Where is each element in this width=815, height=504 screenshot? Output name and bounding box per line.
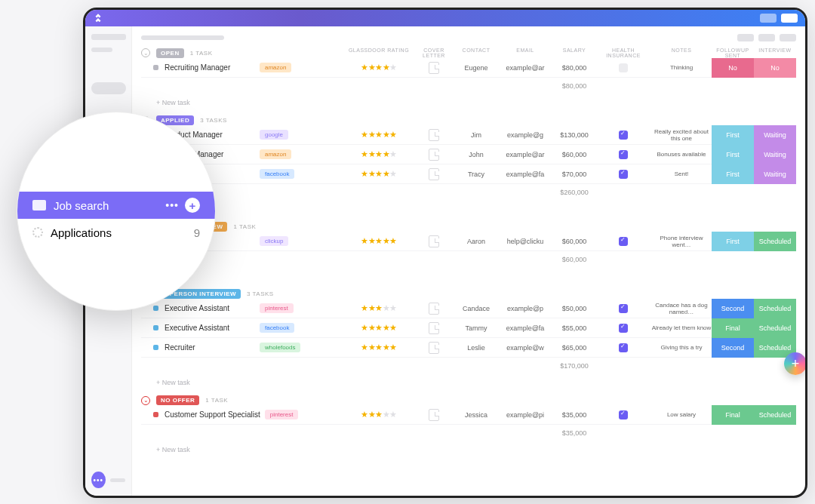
titlebar-button[interactable] (781, 14, 798, 23)
checkbox-icon (619, 131, 628, 140)
company-tag[interactable]: google (260, 130, 288, 140)
cell-health-insurance[interactable] (595, 150, 651, 159)
cell-health-insurance[interactable] (595, 343, 651, 352)
task-row[interactable]: Recruiterwholefoods★★★★★Leslieexample@w$… (141, 338, 796, 358)
new-task-button[interactable]: + New task (141, 374, 796, 391)
cell-email: example@fa (497, 324, 553, 332)
cell-health-insurance[interactable] (595, 304, 651, 313)
cell-cover-letter[interactable] (413, 409, 455, 421)
titlebar-button[interactable] (760, 14, 777, 23)
cell-health-insurance[interactable] (595, 324, 651, 333)
cell-cover-letter[interactable] (413, 168, 455, 180)
cell-notes: Already let them know (651, 324, 712, 331)
column-header[interactable]: EMAIL (497, 48, 553, 58)
cell-contact: Tracy (455, 171, 497, 178)
company-tag[interactable]: facebook (260, 323, 294, 333)
column-header[interactable]: FOLLOWUP SENT (712, 48, 754, 58)
company-tag[interactable]: amazon (260, 63, 291, 72)
sidebar-folder-job-search[interactable]: Job search ••• + (17, 192, 215, 219)
cell-health-insurance[interactable] (595, 131, 651, 140)
company-tag[interactable]: clickup (260, 236, 288, 246)
column-header[interactable]: GLASSDOOR RATING (345, 48, 413, 58)
cell-health-insurance[interactable] (595, 410, 651, 419)
section-toggle-icon[interactable]: ⌄ (141, 48, 150, 57)
task-row[interactable]: Executive Assistantpinterest★★★★★Candace… (141, 299, 796, 318)
add-list-button[interactable]: + (185, 198, 200, 213)
cell-followup-sent[interactable]: Second (712, 338, 754, 358)
cell-health-insurance[interactable] (595, 170, 651, 179)
status-pill[interactable]: NO OFFER (156, 395, 199, 405)
cell-followup-sent[interactable]: Second (712, 299, 754, 318)
company-tag[interactable]: pinterest (265, 410, 299, 419)
cell-followup-sent[interactable]: Final (712, 405, 754, 425)
document-icon (429, 342, 439, 354)
cell-interview[interactable]: Scheduled (754, 318, 796, 338)
cell-interview[interactable]: Waiting (754, 125, 796, 145)
new-task-button[interactable]: + New task (141, 268, 796, 284)
cell-cover-letter[interactable] (413, 235, 455, 247)
chat-fab-icon[interactable]: ••• (91, 472, 106, 488)
cell-cover-letter[interactable] (413, 62, 455, 74)
cell-interview[interactable]: Waiting (754, 145, 796, 164)
cell-health-insurance[interactable] (595, 63, 651, 72)
task-row[interactable]: Recruiterclickup★★★★★Aaronhelp@clicku$60… (141, 232, 796, 251)
cell-contact: Jim (455, 131, 497, 139)
column-header[interactable]: INTERVIEW (754, 48, 796, 58)
cell-contact: Jessica (455, 411, 497, 419)
more-icon[interactable]: ••• (165, 199, 179, 211)
checkbox-icon (619, 63, 628, 72)
column-header[interactable]: NOTES (651, 48, 712, 58)
company-tag[interactable]: pinterest (260, 303, 294, 313)
company-tag[interactable]: amazon (260, 149, 291, 159)
company-tag[interactable]: wholefoods (260, 343, 300, 352)
sidebar-list-applications[interactable]: Applications 9 (17, 219, 215, 246)
cell-cover-letter[interactable] (413, 322, 455, 334)
column-header[interactable]: CONTACT (455, 48, 497, 58)
cell-followup-sent[interactable]: First (712, 145, 754, 164)
cell-interview[interactable]: Scheduled (754, 405, 796, 425)
titlebar (85, 10, 805, 26)
cell-notes: Sent! (651, 171, 712, 177)
cell-health-insurance[interactable] (595, 237, 651, 246)
toolbar-button[interactable] (737, 34, 754, 41)
column-header[interactable]: SALARY (553, 48, 595, 58)
document-icon (429, 409, 439, 421)
cell-cover-letter[interactable] (413, 342, 455, 354)
cell-followup-sent[interactable]: First (712, 232, 754, 251)
column-header[interactable]: HEALTH INSURANCE (595, 48, 651, 58)
cell-followup-sent[interactable]: First (712, 164, 754, 184)
cell-cover-letter[interactable] (413, 129, 455, 141)
checkbox-icon (619, 150, 628, 159)
cell-followup-sent[interactable]: No (712, 58, 754, 78)
cell-interview[interactable]: Waiting (754, 164, 796, 184)
cell-contact: John (455, 151, 497, 158)
cell-contact: Candace (455, 305, 497, 312)
new-task-button[interactable]: + New task (141, 201, 796, 217)
column-header[interactable]: COVER LETTER (413, 48, 455, 58)
cell-cover-letter[interactable] (413, 149, 455, 161)
task-row[interactable]: Recruiterfacebook★★★★★Tracyexample@fa$70… (141, 164, 796, 184)
task-row[interactable]: Recruiting Manageramazon★★★★★Eugeneexamp… (141, 58, 796, 78)
cell-cover-letter[interactable] (413, 303, 455, 315)
task-row[interactable]: Account Manageramazon★★★★★Johnexample@ar… (141, 145, 796, 164)
cell-interview[interactable]: Scheduled (754, 299, 796, 318)
cell-glassdoor-rating: ★★★★★ (345, 149, 413, 159)
sidebar-search[interactable] (91, 82, 126, 94)
task-row[interactable]: Customer Support Specialistpinterest★★★★… (141, 405, 796, 425)
create-fab[interactable]: + (784, 352, 805, 375)
new-task-button[interactable]: + New task (141, 441, 796, 458)
status-pill[interactable]: OPEN (156, 48, 184, 58)
toolbar-button[interactable] (758, 34, 775, 41)
company-tag[interactable]: facebook (260, 169, 294, 179)
cell-interview[interactable]: No (754, 58, 796, 78)
toolbar-button[interactable] (780, 34, 796, 41)
section-toggle-icon[interactable]: ⌄ (141, 396, 150, 405)
new-task-button[interactable]: + New task (141, 94, 796, 111)
cell-notes: Phone interview went… (651, 235, 712, 248)
cell-interview[interactable]: Scheduled (754, 232, 796, 251)
cell-followup-sent[interactable]: Final (712, 318, 754, 338)
cell-followup-sent[interactable]: First (712, 125, 754, 145)
list-icon (32, 227, 43, 238)
task-row[interactable]: Product Managergoogle★★★★★Jimexample@g$1… (141, 125, 796, 145)
task-row[interactable]: Executive Assistantfacebook★★★★★Tammyexa… (141, 318, 796, 338)
